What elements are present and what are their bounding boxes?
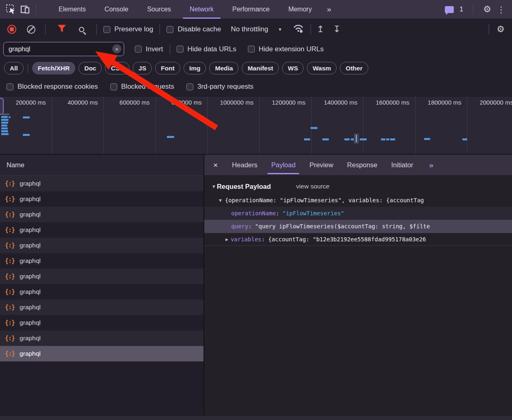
- waterfall-bar: [311, 127, 317, 129]
- table-row[interactable]: {:}graphql: [0, 300, 203, 315]
- waterfall-bar: [1, 133, 9, 135]
- table-row[interactable]: {:}graphql: [0, 284, 203, 300]
- issues-message-icon[interactable]: [445, 6, 454, 13]
- chip-doc[interactable]: Doc: [79, 62, 102, 74]
- view-source-link[interactable]: view source: [296, 183, 330, 190]
- chip-img[interactable]: Img: [184, 62, 206, 74]
- table-row[interactable]: {:}graphql: [0, 222, 203, 238]
- name-column-header[interactable]: Name: [0, 155, 203, 176]
- table-row[interactable]: {:}graphql: [0, 269, 203, 284]
- third-party-requests-checkbox[interactable]: 3rd-party requests: [186, 83, 254, 91]
- table-row[interactable]: {:}graphql: [0, 253, 203, 269]
- window-bottom-strip: [0, 415, 512, 420]
- table-row[interactable]: {:}graphql: [0, 207, 203, 222]
- chip-manifest[interactable]: Manifest: [242, 62, 279, 74]
- device-toolbar-icon[interactable]: [20, 3, 32, 15]
- tab-elements[interactable]: Elements: [49, 0, 95, 19]
- tab-network[interactable]: Network: [180, 0, 223, 19]
- chip-ws[interactable]: WS: [282, 62, 304, 74]
- settings-gear-icon[interactable]: ⚙: [483, 5, 491, 14]
- network-overview-timeline[interactable]: 200000 ms400000 ms600000 ms800000 ms1000…: [0, 96, 512, 155]
- tab-performance[interactable]: Performance: [223, 0, 279, 19]
- kebab-menu-icon[interactable]: ⋮: [497, 5, 505, 14]
- table-row[interactable]: {:}graphql: [0, 330, 203, 346]
- caret-down-icon[interactable]: ▼: [219, 198, 222, 203]
- payload-entry-variables[interactable]: ▶ variables: {accountTag: "b12e3b2192ee5…: [204, 233, 512, 246]
- inspect-element-icon[interactable]: [5, 3, 17, 15]
- chip-all[interactable]: All: [4, 62, 24, 74]
- tab-sources[interactable]: Sources: [138, 0, 180, 19]
- network-conditions-icon[interactable]: [293, 24, 305, 35]
- checkbox-box[interactable]: [135, 46, 142, 52]
- chip-font[interactable]: Font: [155, 62, 180, 74]
- more-tabs-icon[interactable]: »: [423, 161, 438, 170]
- chip-js[interactable]: JS: [133, 62, 152, 74]
- tab-response[interactable]: Response: [340, 155, 384, 175]
- checkbox-box[interactable]: [186, 83, 193, 90]
- chip-css[interactable]: CSS: [105, 62, 129, 74]
- advanced-filters-row: Blocked response cookies Blocked request…: [0, 77, 512, 96]
- table-row[interactable]: {:}graphql: [0, 315, 203, 330]
- timeline-tick-label: 400000 ms: [68, 99, 98, 106]
- checkbox-box[interactable]: [110, 83, 117, 90]
- chip-other[interactable]: Other: [340, 62, 368, 74]
- chip-fetch-xhr[interactable]: Fetch/XHR: [32, 62, 75, 74]
- import-har-icon[interactable]: ↥: [317, 25, 324, 34]
- json-xhr-icon: {:}: [5, 257, 15, 265]
- filter-funnel-icon[interactable]: [57, 24, 67, 35]
- timeline-tick-label: 200000 ms: [15, 99, 46, 106]
- checkbox-box[interactable]: [177, 46, 184, 52]
- tab-memory[interactable]: Memory: [279, 0, 321, 19]
- table-row[interactable]: {:}graphql: [0, 346, 203, 361]
- filter-input[interactable]: graphql ×: [3, 42, 124, 56]
- table-row[interactable]: {:}graphql: [0, 176, 203, 191]
- checkbox-box[interactable]: [166, 26, 173, 33]
- tab-console[interactable]: Console: [95, 0, 138, 19]
- divider: [45, 24, 46, 35]
- json-xhr-icon: {:}: [5, 211, 15, 218]
- table-row[interactable]: {:}graphql: [0, 238, 203, 253]
- more-tabs-icon[interactable]: »: [321, 5, 336, 14]
- throttling-select[interactable]: No throttling ▾: [231, 25, 281, 33]
- tab-preview[interactable]: Preview: [302, 155, 340, 175]
- record-network-log-button[interactable]: [7, 25, 16, 34]
- payload-value: "query ipFlowTimeseries($accountTag: str…: [255, 223, 430, 230]
- payload-entry-query[interactable]: query: "query ipFlowTimeseries($accountT…: [204, 220, 512, 233]
- details-tabstrip: × Headers Payload Preview Response Initi…: [204, 155, 512, 176]
- blocked-response-cookies-checkbox[interactable]: Blocked response cookies: [7, 83, 98, 91]
- payload-value: {accountTag: "b12e3b2192ee5588fdad995178…: [268, 236, 426, 243]
- export-har-icon[interactable]: ↧: [333, 25, 340, 34]
- preserve-log-checkbox[interactable]: Preserve log: [103, 25, 153, 33]
- timeline-column: 1600000 ms: [363, 96, 416, 155]
- hide-data-urls-checkbox[interactable]: Hide data URLs: [177, 45, 236, 53]
- hide-extension-urls-checkbox[interactable]: Hide extension URLs: [248, 45, 324, 53]
- checkbox-box[interactable]: [103, 26, 110, 33]
- clear-network-log-icon[interactable]: [27, 25, 35, 34]
- clear-filter-icon[interactable]: ×: [112, 44, 121, 53]
- tab-initiator[interactable]: Initiator: [384, 155, 420, 175]
- payload-entry-operationName[interactable]: operationName: "ipFlowTimeseries": [204, 207, 512, 220]
- caret-right-icon[interactable]: ▶: [225, 237, 228, 242]
- timeline-column: 600000 ms: [104, 96, 156, 155]
- json-xhr-icon: {:}: [5, 288, 15, 295]
- blocked-requests-checkbox[interactable]: Blocked requests: [110, 83, 174, 91]
- search-icon[interactable]: [79, 27, 84, 32]
- payload-root-node[interactable]: ▼ {operationName: "ipFlowTimeseries", va…: [204, 194, 512, 207]
- chevron-down-icon: ▾: [279, 26, 281, 32]
- tab-headers[interactable]: Headers: [225, 155, 264, 175]
- caret-down-icon[interactable]: ▼: [212, 184, 215, 189]
- checkbox-box[interactable]: [7, 83, 13, 90]
- chip-wasm[interactable]: Wasm: [307, 62, 337, 74]
- disable-cache-checkbox[interactable]: Disable cache: [166, 25, 221, 33]
- request-payload-section[interactable]: ▼ Request Payload view source: [204, 179, 512, 194]
- table-row[interactable]: {:}graphql: [0, 191, 203, 207]
- request-name: graphql: [20, 211, 41, 218]
- tab-payload[interactable]: Payload: [264, 155, 302, 175]
- network-settings-gear-icon[interactable]: ⚙: [497, 25, 505, 34]
- close-icon[interactable]: ×: [204, 161, 225, 170]
- invert-checkbox[interactable]: Invert: [135, 45, 163, 53]
- checkbox-box[interactable]: [248, 46, 255, 52]
- timeline-tick-label: 800000 ms: [171, 99, 201, 106]
- issues-count: 1: [459, 6, 463, 13]
- chip-media[interactable]: Media: [209, 62, 238, 74]
